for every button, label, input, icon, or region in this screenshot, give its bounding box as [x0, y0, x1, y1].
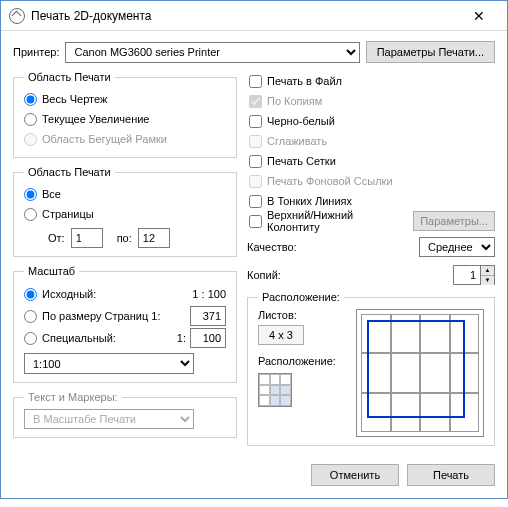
header-params-button: Параметры...: [413, 211, 495, 231]
print-button[interactable]: Печать: [407, 464, 495, 486]
original-scale-radio[interactable]: [24, 288, 37, 301]
special-scale-label: Специальный:: [42, 332, 116, 344]
titlebar: Печать 2D-документа ✕: [1, 1, 507, 31]
dialog-content: Принтер: Canon MG3600 series Printer Пар…: [1, 31, 507, 498]
page-range-fieldset: Область Печати Все Страницы От: по:: [13, 166, 237, 257]
print-params-button[interactable]: Параметры Печати...: [366, 41, 495, 63]
all-pages-radio[interactable]: [24, 188, 37, 201]
copies-label: Копий:: [247, 269, 281, 281]
header-check[interactable]: [249, 215, 262, 228]
bg-link-label: Печать Фоновой Ссылки: [267, 175, 495, 187]
bw-check[interactable]: [249, 115, 262, 128]
whole-drawing-label: Весь Чертеж: [42, 93, 107, 105]
bw-label: Черно-белый: [267, 115, 495, 127]
copies-input[interactable]: [453, 265, 481, 285]
printer-row: Принтер: Canon MG3600 series Printer Пар…: [13, 41, 495, 63]
original-scale-ratio: 1 : 100: [192, 288, 226, 300]
printer-select[interactable]: Canon MG3600 series Printer: [65, 42, 359, 63]
print-grid-label: Печать Сетки: [267, 155, 495, 167]
all-pages-label: Все: [42, 188, 61, 200]
spinner-down-icon[interactable]: ▼: [481, 276, 494, 285]
text-markers-legend: Текст и Маркеры:: [24, 391, 122, 403]
sheets-label: Листов:: [258, 309, 346, 321]
quality-row: Качество: Среднее: [247, 237, 495, 257]
spinner-up-icon[interactable]: ▲: [481, 266, 494, 276]
position-picker[interactable]: [258, 373, 292, 407]
marquee-radio: [24, 133, 37, 146]
copies-row: Копий: ▲ ▼: [247, 265, 495, 285]
hairline-label: В Тонких Линиях: [267, 195, 495, 207]
from-input[interactable]: [71, 228, 103, 248]
preview-content-bounds: [367, 320, 465, 418]
current-zoom-radio[interactable]: [24, 113, 37, 126]
print-to-file-check[interactable]: [249, 75, 262, 88]
quality-select[interactable]: Среднее: [419, 237, 495, 257]
header-label: Верхний/Нижний Колонтиту: [267, 209, 408, 233]
fit-scale-input[interactable]: [190, 306, 226, 326]
to-input[interactable]: [138, 228, 170, 248]
print-area-legend: Область Печати: [24, 71, 115, 83]
bg-link-check: [249, 175, 262, 188]
layout-legend: Расположение:: [258, 291, 344, 303]
original-scale-label: Исходный:: [42, 288, 96, 300]
print-area-fieldset: Область Печати Весь Чертеж Текущее Увели…: [13, 71, 237, 158]
text-markers-fieldset: Текст и Маркеры: В Масштабе Печати: [13, 391, 237, 438]
copies-spinner[interactable]: ▲ ▼: [481, 265, 495, 285]
special-scale-prefix: 1:: [177, 332, 186, 344]
special-scale-input[interactable]: [190, 328, 226, 348]
page-preview: [356, 309, 484, 437]
scale-legend: Масштаб: [24, 265, 79, 277]
collate-label: По Копиям: [267, 95, 495, 107]
whole-drawing-radio[interactable]: [24, 93, 37, 106]
fit-scale-radio[interactable]: [24, 310, 37, 323]
from-label: От:: [48, 232, 65, 244]
right-column: Печать в Файл По Копиям Черно-белый Сгла…: [247, 71, 495, 454]
pages-radio[interactable]: [24, 208, 37, 221]
app-icon: [9, 8, 25, 24]
print-to-file-label: Печать в Файл: [267, 75, 495, 87]
current-zoom-label: Текущее Увеличение: [42, 113, 149, 125]
quality-label: Качество:: [247, 241, 297, 253]
antialias-label: Сглаживать: [267, 135, 495, 147]
fit-scale-label: По размеру Страниц 1:: [42, 310, 160, 322]
close-button[interactable]: ✕: [459, 2, 499, 30]
position-label: Расположение:: [258, 355, 346, 367]
footer-buttons: Отменить Печать: [13, 464, 495, 486]
printer-label: Принтер:: [13, 46, 59, 58]
window-title: Печать 2D-документа: [31, 9, 459, 23]
collate-check: [249, 95, 262, 108]
special-scale-radio[interactable]: [24, 332, 37, 345]
text-markers-select: В Масштабе Печати: [24, 409, 194, 429]
cancel-button[interactable]: Отменить: [311, 464, 399, 486]
hairline-check[interactable]: [249, 195, 262, 208]
left-column: Область Печати Весь Чертеж Текущее Увели…: [13, 71, 237, 454]
sheets-value: 4 x 3: [258, 325, 304, 345]
to-label: по:: [117, 232, 132, 244]
antialias-check: [249, 135, 262, 148]
dialog-window: Печать 2D-документа ✕ Принтер: Canon MG3…: [0, 0, 508, 499]
layout-fieldset: Расположение: Листов: 4 x 3 Расположение…: [247, 291, 495, 446]
options-checks: Печать в Файл По Копиям Черно-белый Сгла…: [247, 71, 495, 231]
marquee-label: Область Бегущей Рамки: [42, 133, 167, 145]
print-grid-check[interactable]: [249, 155, 262, 168]
scale-preset-select[interactable]: 1:100: [24, 353, 194, 374]
scale-fieldset: Масштаб Исходный: 1 : 100 По размеру Стр…: [13, 265, 237, 383]
columns: Область Печати Весь Чертеж Текущее Увели…: [13, 71, 495, 454]
page-range-legend: Область Печати: [24, 166, 115, 178]
pages-label: Страницы: [42, 208, 94, 220]
